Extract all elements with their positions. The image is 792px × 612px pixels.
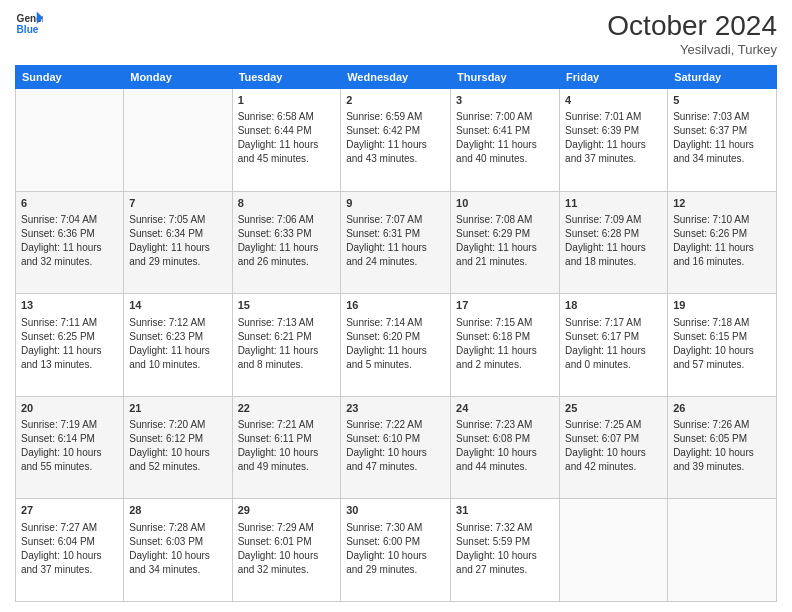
cell-info: Daylight: 10 hours and 37 minutes. bbox=[21, 549, 118, 577]
cell-info: Sunrise: 7:25 AM bbox=[565, 418, 662, 432]
cell-info: Daylight: 10 hours and 44 minutes. bbox=[456, 446, 554, 474]
day-number: 5 bbox=[673, 93, 771, 108]
cell-info: Daylight: 11 hours and 26 minutes. bbox=[238, 241, 336, 269]
cell-info: Daylight: 11 hours and 24 minutes. bbox=[346, 241, 445, 269]
day-number: 21 bbox=[129, 401, 226, 416]
day-number: 4 bbox=[565, 93, 662, 108]
cell-info: Daylight: 10 hours and 32 minutes. bbox=[238, 549, 336, 577]
day-number: 6 bbox=[21, 196, 118, 211]
day-number: 24 bbox=[456, 401, 554, 416]
cell-info: Sunset: 6:25 PM bbox=[21, 330, 118, 344]
week-row-3: 13Sunrise: 7:11 AMSunset: 6:25 PMDayligh… bbox=[16, 294, 777, 397]
calendar-cell: 6Sunrise: 7:04 AMSunset: 6:36 PMDaylight… bbox=[16, 191, 124, 294]
cell-info: Daylight: 10 hours and 29 minutes. bbox=[346, 549, 445, 577]
cell-info: Sunrise: 7:26 AM bbox=[673, 418, 771, 432]
cell-info: Sunset: 6:33 PM bbox=[238, 227, 336, 241]
cell-info: Sunrise: 6:59 AM bbox=[346, 110, 445, 124]
week-row-1: 1Sunrise: 6:58 AMSunset: 6:44 PMDaylight… bbox=[16, 89, 777, 192]
cell-info: Sunrise: 7:18 AM bbox=[673, 316, 771, 330]
calendar-cell: 28Sunrise: 7:28 AMSunset: 6:03 PMDayligh… bbox=[124, 499, 232, 602]
day-number: 11 bbox=[565, 196, 662, 211]
calendar-cell: 15Sunrise: 7:13 AMSunset: 6:21 PMDayligh… bbox=[232, 294, 341, 397]
calendar-cell: 3Sunrise: 7:00 AMSunset: 6:41 PMDaylight… bbox=[451, 89, 560, 192]
cell-info: Daylight: 10 hours and 42 minutes. bbox=[565, 446, 662, 474]
calendar-cell bbox=[668, 499, 777, 602]
cell-info: Sunset: 6:39 PM bbox=[565, 124, 662, 138]
calendar-cell bbox=[124, 89, 232, 192]
cell-info: Daylight: 10 hours and 27 minutes. bbox=[456, 549, 554, 577]
cell-info: Sunset: 6:08 PM bbox=[456, 432, 554, 446]
calendar-cell: 13Sunrise: 7:11 AMSunset: 6:25 PMDayligh… bbox=[16, 294, 124, 397]
cell-info: Sunset: 6:01 PM bbox=[238, 535, 336, 549]
cell-info: Sunset: 6:20 PM bbox=[346, 330, 445, 344]
cell-info: Sunset: 6:00 PM bbox=[346, 535, 445, 549]
cell-info: Sunset: 6:37 PM bbox=[673, 124, 771, 138]
calendar-cell bbox=[560, 499, 668, 602]
day-number: 17 bbox=[456, 298, 554, 313]
calendar-cell: 18Sunrise: 7:17 AMSunset: 6:17 PMDayligh… bbox=[560, 294, 668, 397]
days-header-row: SundayMondayTuesdayWednesdayThursdayFrid… bbox=[16, 66, 777, 89]
cell-info: Sunset: 6:10 PM bbox=[346, 432, 445, 446]
day-number: 25 bbox=[565, 401, 662, 416]
cell-info: Daylight: 10 hours and 57 minutes. bbox=[673, 344, 771, 372]
calendar-cell: 24Sunrise: 7:23 AMSunset: 6:08 PMDayligh… bbox=[451, 396, 560, 499]
cell-info: Sunrise: 7:12 AM bbox=[129, 316, 226, 330]
calendar-cell: 9Sunrise: 7:07 AMSunset: 6:31 PMDaylight… bbox=[341, 191, 451, 294]
day-number: 26 bbox=[673, 401, 771, 416]
calendar-cell: 21Sunrise: 7:20 AMSunset: 6:12 PMDayligh… bbox=[124, 396, 232, 499]
calendar-cell: 26Sunrise: 7:26 AMSunset: 6:05 PMDayligh… bbox=[668, 396, 777, 499]
calendar-cell: 20Sunrise: 7:19 AMSunset: 6:14 PMDayligh… bbox=[16, 396, 124, 499]
col-header-tuesday: Tuesday bbox=[232, 66, 341, 89]
cell-info: Daylight: 11 hours and 45 minutes. bbox=[238, 138, 336, 166]
col-header-friday: Friday bbox=[560, 66, 668, 89]
cell-info: Sunset: 6:28 PM bbox=[565, 227, 662, 241]
cell-info: Sunrise: 7:14 AM bbox=[346, 316, 445, 330]
col-header-wednesday: Wednesday bbox=[341, 66, 451, 89]
cell-info: Sunrise: 7:20 AM bbox=[129, 418, 226, 432]
cell-info: Sunset: 6:36 PM bbox=[21, 227, 118, 241]
calendar-cell: 7Sunrise: 7:05 AMSunset: 6:34 PMDaylight… bbox=[124, 191, 232, 294]
cell-info: Sunrise: 7:29 AM bbox=[238, 521, 336, 535]
cell-info: Sunrise: 7:19 AM bbox=[21, 418, 118, 432]
cell-info: Sunset: 6:05 PM bbox=[673, 432, 771, 446]
day-number: 10 bbox=[456, 196, 554, 211]
cell-info: Sunset: 6:18 PM bbox=[456, 330, 554, 344]
cell-info: Sunset: 5:59 PM bbox=[456, 535, 554, 549]
cell-info: Sunrise: 7:30 AM bbox=[346, 521, 445, 535]
calendar-page: General Blue October 2024 Yesilvadi, Tur… bbox=[0, 0, 792, 612]
cell-info: Sunset: 6:04 PM bbox=[21, 535, 118, 549]
calendar-cell: 11Sunrise: 7:09 AMSunset: 6:28 PMDayligh… bbox=[560, 191, 668, 294]
month-title: October 2024 bbox=[607, 10, 777, 42]
cell-info: Daylight: 11 hours and 2 minutes. bbox=[456, 344, 554, 372]
calendar-cell: 17Sunrise: 7:15 AMSunset: 6:18 PMDayligh… bbox=[451, 294, 560, 397]
header: General Blue October 2024 Yesilvadi, Tur… bbox=[15, 10, 777, 57]
calendar-cell: 29Sunrise: 7:29 AMSunset: 6:01 PMDayligh… bbox=[232, 499, 341, 602]
cell-info: Daylight: 10 hours and 49 minutes. bbox=[238, 446, 336, 474]
cell-info: Daylight: 10 hours and 55 minutes. bbox=[21, 446, 118, 474]
logo-icon: General Blue bbox=[15, 10, 43, 38]
cell-info: Daylight: 11 hours and 21 minutes. bbox=[456, 241, 554, 269]
cell-info: Sunrise: 7:21 AM bbox=[238, 418, 336, 432]
cell-info: Sunrise: 7:23 AM bbox=[456, 418, 554, 432]
cell-info: Daylight: 10 hours and 34 minutes. bbox=[129, 549, 226, 577]
day-number: 8 bbox=[238, 196, 336, 211]
day-number: 7 bbox=[129, 196, 226, 211]
cell-info: Sunrise: 7:27 AM bbox=[21, 521, 118, 535]
cell-info: Daylight: 11 hours and 10 minutes. bbox=[129, 344, 226, 372]
cell-info: Sunset: 6:41 PM bbox=[456, 124, 554, 138]
cell-info: Daylight: 11 hours and 5 minutes. bbox=[346, 344, 445, 372]
cell-info: Sunset: 6:26 PM bbox=[673, 227, 771, 241]
calendar-cell: 10Sunrise: 7:08 AMSunset: 6:29 PMDayligh… bbox=[451, 191, 560, 294]
cell-info: Sunset: 6:07 PM bbox=[565, 432, 662, 446]
cell-info: Sunset: 6:11 PM bbox=[238, 432, 336, 446]
calendar-cell: 12Sunrise: 7:10 AMSunset: 6:26 PMDayligh… bbox=[668, 191, 777, 294]
calendar-table: SundayMondayTuesdayWednesdayThursdayFrid… bbox=[15, 65, 777, 602]
svg-text:Blue: Blue bbox=[17, 24, 39, 35]
cell-info: Sunset: 6:34 PM bbox=[129, 227, 226, 241]
col-header-monday: Monday bbox=[124, 66, 232, 89]
cell-info: Daylight: 11 hours and 43 minutes. bbox=[346, 138, 445, 166]
cell-info: Sunrise: 7:07 AM bbox=[346, 213, 445, 227]
calendar-cell: 30Sunrise: 7:30 AMSunset: 6:00 PMDayligh… bbox=[341, 499, 451, 602]
calendar-cell: 23Sunrise: 7:22 AMSunset: 6:10 PMDayligh… bbox=[341, 396, 451, 499]
calendar-cell: 27Sunrise: 7:27 AMSunset: 6:04 PMDayligh… bbox=[16, 499, 124, 602]
